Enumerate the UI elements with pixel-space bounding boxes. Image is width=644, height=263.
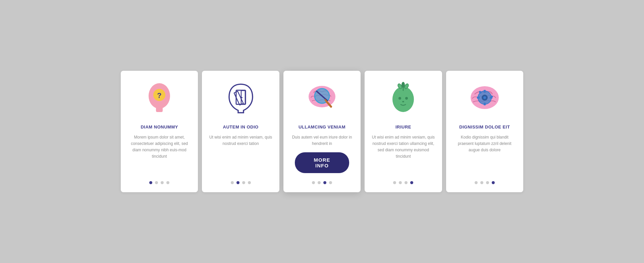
- svg-point-12: [325, 99, 326, 101]
- dot-3: [161, 181, 164, 184]
- svg-point-14: [398, 97, 401, 100]
- dot-4: [248, 181, 251, 184]
- svg-text:?: ?: [157, 91, 161, 100]
- dot-1: [231, 181, 234, 184]
- dot-4: [166, 181, 169, 184]
- head-plant-icon: [385, 81, 422, 118]
- dot-2: [155, 181, 158, 184]
- svg-point-30: [483, 96, 486, 99]
- dot-3: [242, 181, 245, 184]
- dot-3: [323, 181, 326, 184]
- card-3-dots: [312, 181, 332, 184]
- dot-1: [475, 181, 478, 184]
- card-1-dots: [149, 181, 169, 184]
- card-2-dots: [231, 181, 251, 184]
- card-1-text: Morem ipsum dolor sit amet, consectetuer…: [127, 134, 191, 174]
- dot-2: [236, 181, 239, 184]
- dot-4: [410, 181, 413, 184]
- card-3: ULLAMCING VENIAM Duis autem vel eum iriu…: [283, 71, 361, 192]
- card-1: ? DIAM NONUMMY Morem ipsum dolor sit ame…: [121, 71, 198, 192]
- card-4-dots: [393, 181, 413, 184]
- svg-rect-24: [484, 103, 486, 105]
- card-5-title: DIGNISSIM DOLOE EIT: [459, 124, 510, 129]
- card-3-title: ULLAMCING VENIAM: [299, 124, 345, 129]
- card-5: DIGNISSIM DOLOE EIT Kodio dignissim qui …: [446, 71, 523, 192]
- dot-3: [486, 181, 489, 184]
- head-question-icon: ?: [141, 81, 178, 118]
- card-2: AUTEM IN ODIO Ut wisi enim ad minim veni…: [202, 71, 279, 192]
- card-5-dots: [475, 181, 495, 184]
- svg-point-7: [241, 97, 243, 98]
- svg-rect-1: [156, 107, 163, 112]
- svg-point-15: [405, 97, 408, 100]
- dot-4: [492, 181, 495, 184]
- card-4-title: IRIURE: [395, 124, 411, 129]
- svg-rect-23: [484, 90, 486, 93]
- card-4: IRIURE Ut wisi enim ad minim veniam, qui…: [365, 71, 442, 192]
- card-4-text: Ut wisi enim ad minim veniam, quis nostr…: [371, 134, 435, 174]
- dot-2: [399, 181, 402, 184]
- dot-2: [480, 181, 483, 184]
- more-info-button[interactable]: MORE INFO: [295, 152, 349, 173]
- card-5-text: Kodio dignissim qui blandit praesent lup…: [453, 134, 517, 174]
- svg-point-16: [402, 101, 404, 102]
- card-3-text: Duis autem vel eum iriure dolor in hendr…: [290, 134, 354, 147]
- head-door-icon: [222, 81, 259, 118]
- brain-magnify-icon: [304, 81, 340, 118]
- dot-2: [318, 181, 321, 184]
- brain-gear-icon: [466, 81, 503, 118]
- dot-1: [312, 181, 315, 184]
- dot-4: [329, 181, 332, 184]
- card-2-text: Ut wisi enim ad minim veniam, quis nostr…: [209, 134, 272, 174]
- dot-1: [393, 181, 396, 184]
- dot-3: [405, 181, 408, 184]
- svg-rect-26: [477, 97, 480, 99]
- card-1-title: DIAM NONUMMY: [141, 124, 178, 129]
- card-2-title: AUTEM IN ODIO: [223, 124, 259, 129]
- dot-1: [149, 181, 152, 184]
- cards-container: ? DIAM NONUMMY Morem ipsum dolor sit ame…: [121, 71, 523, 192]
